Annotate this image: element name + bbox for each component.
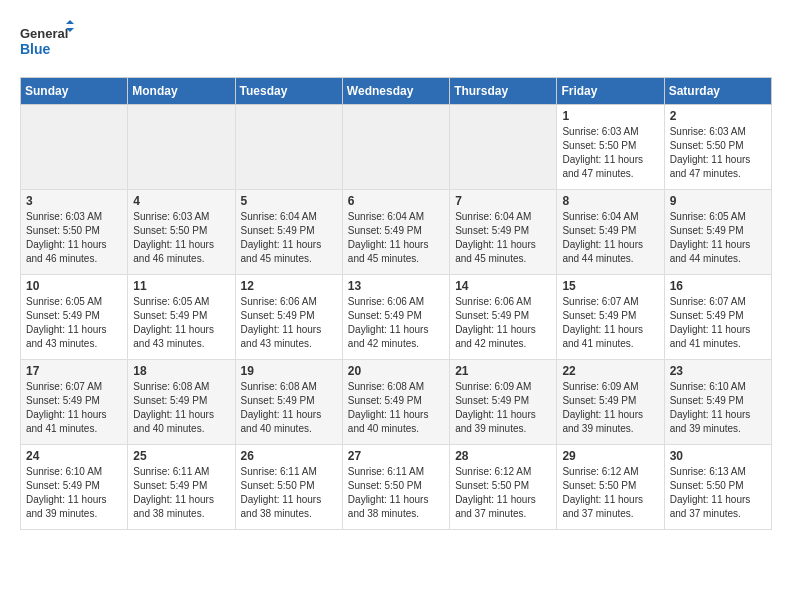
calendar-body: 1Sunrise: 6:03 AM Sunset: 5:50 PM Daylig… <box>21 105 772 530</box>
day-info: Sunrise: 6:08 AM Sunset: 5:49 PM Dayligh… <box>133 380 229 436</box>
day-number: 27 <box>348 449 444 463</box>
calendar-cell: 16Sunrise: 6:07 AM Sunset: 5:49 PM Dayli… <box>664 275 771 360</box>
calendar-cell <box>235 105 342 190</box>
calendar-cell: 1Sunrise: 6:03 AM Sunset: 5:50 PM Daylig… <box>557 105 664 190</box>
day-info: Sunrise: 6:03 AM Sunset: 5:50 PM Dayligh… <box>26 210 122 266</box>
day-number: 2 <box>670 109 766 123</box>
week-row-0: 1Sunrise: 6:03 AM Sunset: 5:50 PM Daylig… <box>21 105 772 190</box>
day-number: 10 <box>26 279 122 293</box>
week-row-3: 17Sunrise: 6:07 AM Sunset: 5:49 PM Dayli… <box>21 360 772 445</box>
day-number: 21 <box>455 364 551 378</box>
calendar-cell: 22Sunrise: 6:09 AM Sunset: 5:49 PM Dayli… <box>557 360 664 445</box>
calendar-cell: 30Sunrise: 6:13 AM Sunset: 5:50 PM Dayli… <box>664 445 771 530</box>
calendar-cell <box>21 105 128 190</box>
day-info: Sunrise: 6:12 AM Sunset: 5:50 PM Dayligh… <box>455 465 551 521</box>
day-number: 18 <box>133 364 229 378</box>
calendar-header: SundayMondayTuesdayWednesdayThursdayFrid… <box>21 78 772 105</box>
day-number: 26 <box>241 449 337 463</box>
day-info: Sunrise: 6:08 AM Sunset: 5:49 PM Dayligh… <box>241 380 337 436</box>
day-info: Sunrise: 6:09 AM Sunset: 5:49 PM Dayligh… <box>562 380 658 436</box>
calendar-cell: 5Sunrise: 6:04 AM Sunset: 5:49 PM Daylig… <box>235 190 342 275</box>
day-number: 23 <box>670 364 766 378</box>
calendar-cell: 12Sunrise: 6:06 AM Sunset: 5:49 PM Dayli… <box>235 275 342 360</box>
calendar-cell: 9Sunrise: 6:05 AM Sunset: 5:49 PM Daylig… <box>664 190 771 275</box>
calendar-cell: 17Sunrise: 6:07 AM Sunset: 5:49 PM Dayli… <box>21 360 128 445</box>
day-header-thursday: Thursday <box>450 78 557 105</box>
day-number: 22 <box>562 364 658 378</box>
day-info: Sunrise: 6:09 AM Sunset: 5:49 PM Dayligh… <box>455 380 551 436</box>
day-number: 13 <box>348 279 444 293</box>
calendar-cell: 27Sunrise: 6:11 AM Sunset: 5:50 PM Dayli… <box>342 445 449 530</box>
calendar-cell: 25Sunrise: 6:11 AM Sunset: 5:49 PM Dayli… <box>128 445 235 530</box>
day-number: 16 <box>670 279 766 293</box>
calendar-cell <box>342 105 449 190</box>
svg-text:Blue: Blue <box>20 41 51 57</box>
day-number: 11 <box>133 279 229 293</box>
day-number: 8 <box>562 194 658 208</box>
calendar-cell: 4Sunrise: 6:03 AM Sunset: 5:50 PM Daylig… <box>128 190 235 275</box>
day-info: Sunrise: 6:07 AM Sunset: 5:49 PM Dayligh… <box>26 380 122 436</box>
week-row-2: 10Sunrise: 6:05 AM Sunset: 5:49 PM Dayli… <box>21 275 772 360</box>
day-number: 28 <box>455 449 551 463</box>
day-info: Sunrise: 6:08 AM Sunset: 5:49 PM Dayligh… <box>348 380 444 436</box>
day-header-friday: Friday <box>557 78 664 105</box>
day-info: Sunrise: 6:10 AM Sunset: 5:49 PM Dayligh… <box>670 380 766 436</box>
calendar-cell: 8Sunrise: 6:04 AM Sunset: 5:49 PM Daylig… <box>557 190 664 275</box>
calendar-cell: 6Sunrise: 6:04 AM Sunset: 5:49 PM Daylig… <box>342 190 449 275</box>
calendar-cell: 15Sunrise: 6:07 AM Sunset: 5:49 PM Dayli… <box>557 275 664 360</box>
day-info: Sunrise: 6:07 AM Sunset: 5:49 PM Dayligh… <box>670 295 766 351</box>
calendar-cell: 13Sunrise: 6:06 AM Sunset: 5:49 PM Dayli… <box>342 275 449 360</box>
day-number: 24 <box>26 449 122 463</box>
calendar-cell: 18Sunrise: 6:08 AM Sunset: 5:49 PM Dayli… <box>128 360 235 445</box>
calendar-cell: 21Sunrise: 6:09 AM Sunset: 5:49 PM Dayli… <box>450 360 557 445</box>
day-info: Sunrise: 6:11 AM Sunset: 5:50 PM Dayligh… <box>348 465 444 521</box>
day-number: 5 <box>241 194 337 208</box>
day-header-sunday: Sunday <box>21 78 128 105</box>
day-number: 29 <box>562 449 658 463</box>
svg-text:General: General <box>20 26 68 41</box>
day-info: Sunrise: 6:07 AM Sunset: 5:49 PM Dayligh… <box>562 295 658 351</box>
day-number: 7 <box>455 194 551 208</box>
day-info: Sunrise: 6:03 AM Sunset: 5:50 PM Dayligh… <box>133 210 229 266</box>
day-info: Sunrise: 6:06 AM Sunset: 5:49 PM Dayligh… <box>348 295 444 351</box>
day-number: 15 <box>562 279 658 293</box>
calendar-cell: 3Sunrise: 6:03 AM Sunset: 5:50 PM Daylig… <box>21 190 128 275</box>
calendar-cell: 14Sunrise: 6:06 AM Sunset: 5:49 PM Dayli… <box>450 275 557 360</box>
day-number: 25 <box>133 449 229 463</box>
calendar-cell: 20Sunrise: 6:08 AM Sunset: 5:49 PM Dayli… <box>342 360 449 445</box>
calendar-cell: 26Sunrise: 6:11 AM Sunset: 5:50 PM Dayli… <box>235 445 342 530</box>
day-info: Sunrise: 6:13 AM Sunset: 5:50 PM Dayligh… <box>670 465 766 521</box>
calendar-cell: 7Sunrise: 6:04 AM Sunset: 5:49 PM Daylig… <box>450 190 557 275</box>
day-info: Sunrise: 6:03 AM Sunset: 5:50 PM Dayligh… <box>670 125 766 181</box>
calendar-table: SundayMondayTuesdayWednesdayThursdayFrid… <box>20 77 772 530</box>
day-info: Sunrise: 6:11 AM Sunset: 5:49 PM Dayligh… <box>133 465 229 521</box>
day-number: 4 <box>133 194 229 208</box>
day-info: Sunrise: 6:04 AM Sunset: 5:49 PM Dayligh… <box>562 210 658 266</box>
week-row-4: 24Sunrise: 6:10 AM Sunset: 5:49 PM Dayli… <box>21 445 772 530</box>
calendar-cell: 29Sunrise: 6:12 AM Sunset: 5:50 PM Dayli… <box>557 445 664 530</box>
calendar-cell: 10Sunrise: 6:05 AM Sunset: 5:49 PM Dayli… <box>21 275 128 360</box>
day-header-saturday: Saturday <box>664 78 771 105</box>
calendar-cell: 23Sunrise: 6:10 AM Sunset: 5:49 PM Dayli… <box>664 360 771 445</box>
day-header-tuesday: Tuesday <box>235 78 342 105</box>
day-number: 14 <box>455 279 551 293</box>
day-number: 19 <box>241 364 337 378</box>
logo-svg: General Blue <box>20 20 75 65</box>
day-info: Sunrise: 6:04 AM Sunset: 5:49 PM Dayligh… <box>241 210 337 266</box>
day-info: Sunrise: 6:12 AM Sunset: 5:50 PM Dayligh… <box>562 465 658 521</box>
day-info: Sunrise: 6:10 AM Sunset: 5:49 PM Dayligh… <box>26 465 122 521</box>
day-number: 3 <box>26 194 122 208</box>
day-info: Sunrise: 6:06 AM Sunset: 5:49 PM Dayligh… <box>241 295 337 351</box>
day-number: 9 <box>670 194 766 208</box>
day-info: Sunrise: 6:06 AM Sunset: 5:49 PM Dayligh… <box>455 295 551 351</box>
calendar-cell <box>450 105 557 190</box>
week-row-1: 3Sunrise: 6:03 AM Sunset: 5:50 PM Daylig… <box>21 190 772 275</box>
calendar-cell <box>128 105 235 190</box>
calendar-cell: 11Sunrise: 6:05 AM Sunset: 5:49 PM Dayli… <box>128 275 235 360</box>
day-info: Sunrise: 6:04 AM Sunset: 5:49 PM Dayligh… <box>455 210 551 266</box>
header: General Blue <box>20 16 772 69</box>
day-info: Sunrise: 6:05 AM Sunset: 5:49 PM Dayligh… <box>670 210 766 266</box>
logo: General Blue <box>20 20 75 69</box>
days-header-row: SundayMondayTuesdayWednesdayThursdayFrid… <box>21 78 772 105</box>
calendar-cell: 24Sunrise: 6:10 AM Sunset: 5:49 PM Dayli… <box>21 445 128 530</box>
